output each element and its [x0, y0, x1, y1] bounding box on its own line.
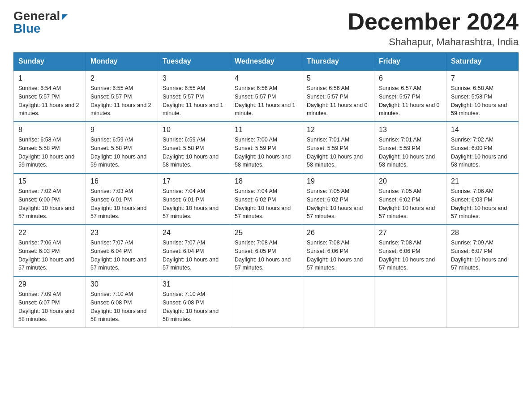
table-row: 24 Sunrise: 7:07 AMSunset: 6:04 PMDaylig… — [158, 225, 230, 276]
day-number: 30 — [90, 280, 153, 288]
day-number: 16 — [90, 177, 153, 185]
day-info: Sunrise: 7:06 AMSunset: 6:03 PMDaylight:… — [18, 240, 74, 271]
day-info: Sunrise: 7:10 AMSunset: 6:08 PMDaylight:… — [90, 291, 146, 322]
day-info: Sunrise: 6:59 AMSunset: 5:58 PMDaylight:… — [90, 137, 146, 168]
day-info: Sunrise: 7:08 AMSunset: 6:06 PMDaylight:… — [379, 240, 435, 271]
table-row: 31 Sunrise: 7:10 AMSunset: 6:08 PMDaylig… — [158, 276, 230, 328]
logo: General Blue — [13, 9, 68, 36]
day-number: 13 — [379, 126, 442, 134]
day-info: Sunrise: 7:01 AMSunset: 5:59 PMDaylight:… — [307, 137, 363, 168]
day-number: 23 — [90, 229, 153, 237]
day-info: Sunrise: 6:58 AMSunset: 5:58 PMDaylight:… — [18, 137, 74, 168]
day-number: 10 — [163, 126, 225, 134]
day-info: Sunrise: 7:04 AMSunset: 6:01 PMDaylight:… — [163, 188, 219, 219]
day-number: 28 — [451, 229, 514, 237]
table-row: 19 Sunrise: 7:05 AMSunset: 6:02 PMDaylig… — [302, 173, 374, 225]
calendar-week-row: 8 Sunrise: 6:58 AMSunset: 5:58 PMDayligh… — [14, 122, 519, 173]
day-number: 15 — [18, 177, 81, 185]
day-number: 7 — [451, 74, 514, 82]
day-info: Sunrise: 6:54 AMSunset: 5:57 PMDaylight:… — [18, 85, 79, 116]
table-row: 26 Sunrise: 7:08 AMSunset: 6:06 PMDaylig… — [302, 225, 374, 276]
calendar-header-row: Sunday Monday Tuesday Wednesday Thursday… — [14, 53, 519, 71]
location-title: Shahapur, Maharashtra, India — [348, 36, 519, 48]
day-info: Sunrise: 7:07 AMSunset: 6:04 PMDaylight:… — [90, 240, 146, 271]
day-info: Sunrise: 7:09 AMSunset: 6:07 PMDaylight:… — [451, 240, 507, 271]
col-monday: Monday — [86, 53, 158, 71]
table-row — [374, 276, 446, 328]
day-number: 22 — [18, 229, 81, 237]
table-row: 11 Sunrise: 7:00 AMSunset: 5:59 PMDaylig… — [230, 122, 302, 173]
table-row — [446, 276, 519, 328]
day-info: Sunrise: 7:06 AMSunset: 6:03 PMDaylight:… — [451, 188, 507, 219]
table-row: 27 Sunrise: 7:08 AMSunset: 6:06 PMDaylig… — [374, 225, 446, 276]
table-row: 20 Sunrise: 7:05 AMSunset: 6:02 PMDaylig… — [374, 173, 446, 225]
day-info: Sunrise: 7:01 AMSunset: 5:59 PMDaylight:… — [379, 137, 435, 168]
table-row: 4 Sunrise: 6:56 AMSunset: 5:57 PMDayligh… — [230, 70, 302, 122]
day-number: 21 — [451, 177, 514, 185]
page-header: General Blue December 2024 Shahapur, Mah… — [13, 9, 519, 48]
table-row — [302, 276, 374, 328]
day-number: 11 — [235, 126, 297, 134]
day-number: 24 — [163, 229, 225, 237]
title-block: December 2024 Shahapur, Maharashtra, Ind… — [348, 9, 519, 48]
col-tuesday: Tuesday — [158, 53, 230, 71]
day-info: Sunrise: 7:00 AMSunset: 5:59 PMDaylight:… — [235, 137, 291, 168]
day-number: 20 — [379, 177, 442, 185]
table-row: 25 Sunrise: 7:08 AMSunset: 6:05 PMDaylig… — [230, 225, 302, 276]
day-number: 27 — [379, 229, 442, 237]
calendar-week-row: 22 Sunrise: 7:06 AMSunset: 6:03 PMDaylig… — [14, 225, 519, 276]
day-number: 18 — [235, 177, 297, 185]
day-number: 2 — [90, 74, 153, 82]
logo-icon: General Blue — [13, 9, 68, 36]
day-number: 1 — [18, 74, 81, 82]
day-info: Sunrise: 7:02 AMSunset: 6:00 PMDaylight:… — [451, 137, 507, 168]
day-info: Sunrise: 7:04 AMSunset: 6:02 PMDaylight:… — [235, 188, 291, 219]
day-number: 9 — [90, 126, 153, 134]
col-thursday: Thursday — [302, 53, 374, 71]
day-info: Sunrise: 7:05 AMSunset: 6:02 PMDaylight:… — [307, 188, 363, 219]
table-row: 22 Sunrise: 7:06 AMSunset: 6:03 PMDaylig… — [14, 225, 86, 276]
day-info: Sunrise: 6:59 AMSunset: 5:58 PMDaylight:… — [163, 137, 219, 168]
day-info: Sunrise: 6:57 AMSunset: 5:57 PMDaylight:… — [379, 85, 440, 116]
day-number: 4 — [235, 74, 297, 82]
day-number: 12 — [307, 126, 369, 134]
table-row: 14 Sunrise: 7:02 AMSunset: 6:00 PMDaylig… — [446, 122, 519, 173]
table-row: 9 Sunrise: 6:59 AMSunset: 5:58 PMDayligh… — [86, 122, 158, 173]
table-row: 3 Sunrise: 6:55 AMSunset: 5:57 PMDayligh… — [158, 70, 230, 122]
day-info: Sunrise: 6:56 AMSunset: 5:57 PMDaylight:… — [235, 85, 296, 116]
day-info: Sunrise: 7:03 AMSunset: 6:01 PMDaylight:… — [90, 188, 146, 219]
day-info: Sunrise: 7:10 AMSunset: 6:08 PMDaylight:… — [163, 291, 219, 322]
day-number: 31 — [163, 280, 225, 288]
day-info: Sunrise: 7:07 AMSunset: 6:04 PMDaylight:… — [163, 240, 219, 271]
table-row: 8 Sunrise: 6:58 AMSunset: 5:58 PMDayligh… — [14, 122, 86, 173]
col-wednesday: Wednesday — [230, 53, 302, 71]
table-row: 29 Sunrise: 7:09 AMSunset: 6:07 PMDaylig… — [14, 276, 86, 328]
calendar-week-row: 1 Sunrise: 6:54 AMSunset: 5:57 PMDayligh… — [14, 70, 519, 122]
table-row: 7 Sunrise: 6:58 AMSunset: 5:58 PMDayligh… — [446, 70, 519, 122]
col-saturday: Saturday — [446, 53, 519, 71]
day-number: 5 — [307, 74, 369, 82]
table-row: 17 Sunrise: 7:04 AMSunset: 6:01 PMDaylig… — [158, 173, 230, 225]
day-info: Sunrise: 7:09 AMSunset: 6:07 PMDaylight:… — [18, 291, 74, 322]
table-row: 15 Sunrise: 7:02 AMSunset: 6:00 PMDaylig… — [14, 173, 86, 225]
calendar-week-row: 15 Sunrise: 7:02 AMSunset: 6:00 PMDaylig… — [14, 173, 519, 225]
table-row: 18 Sunrise: 7:04 AMSunset: 6:02 PMDaylig… — [230, 173, 302, 225]
day-info: Sunrise: 6:56 AMSunset: 5:57 PMDaylight:… — [307, 85, 368, 116]
month-title: December 2024 — [348, 9, 519, 34]
day-number: 25 — [235, 229, 297, 237]
col-friday: Friday — [374, 53, 446, 71]
table-row: 16 Sunrise: 7:03 AMSunset: 6:01 PMDaylig… — [86, 173, 158, 225]
day-info: Sunrise: 7:02 AMSunset: 6:00 PMDaylight:… — [18, 188, 74, 219]
calendar-week-row: 29 Sunrise: 7:09 AMSunset: 6:07 PMDaylig… — [14, 276, 519, 328]
day-number: 26 — [307, 229, 369, 237]
day-number: 19 — [307, 177, 369, 185]
day-info: Sunrise: 6:58 AMSunset: 5:58 PMDaylight:… — [451, 85, 507, 116]
day-number: 6 — [379, 74, 442, 82]
day-info: Sunrise: 7:05 AMSunset: 6:02 PMDaylight:… — [379, 188, 435, 219]
day-number: 3 — [163, 74, 225, 82]
table-row: 1 Sunrise: 6:54 AMSunset: 5:57 PMDayligh… — [14, 70, 86, 122]
day-info: Sunrise: 6:55 AMSunset: 5:57 PMDaylight:… — [90, 85, 151, 116]
day-number: 14 — [451, 126, 514, 134]
table-row: 13 Sunrise: 7:01 AMSunset: 5:59 PMDaylig… — [374, 122, 446, 173]
logo-blue-text: Blue — [13, 21, 41, 36]
